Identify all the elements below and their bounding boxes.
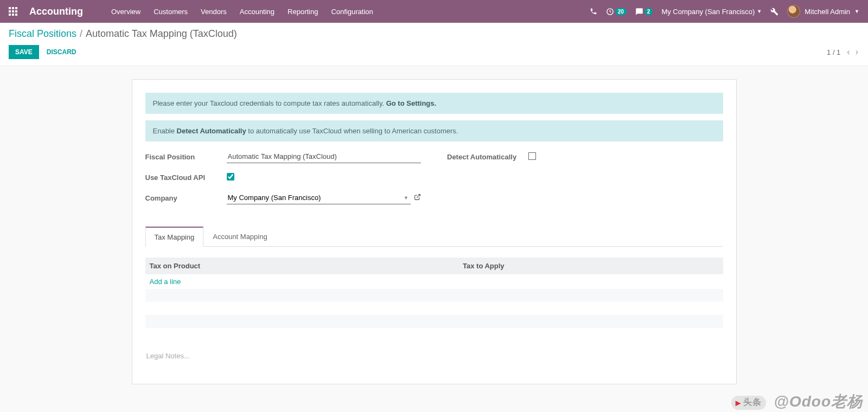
alert-taxcloud-credentials: Please enter your Taxcloud credentials t… [145, 93, 723, 114]
breadcrumb-sep: / [80, 28, 82, 40]
label-use-taxcloud-api: Use TaxCloud API [145, 173, 227, 182]
alert-text: to automatically use TaxCloud when selli… [246, 127, 458, 135]
debug-icon[interactable] [770, 8, 778, 16]
tab-account-mapping[interactable]: Account Mapping [203, 227, 276, 247]
nav-menu: Overview Customers Vendors Accounting Re… [111, 8, 373, 16]
form-background: Please enter your Taxcloud credentials t… [0, 66, 868, 412]
pager-value[interactable]: 1 / 1 [827, 48, 840, 56]
chevron-down-icon[interactable]: ▼ [401, 195, 411, 201]
use-taxcloud-api-checkbox[interactable] [227, 173, 234, 181]
add-a-line[interactable]: Add a line [145, 274, 723, 289]
nav-accounting[interactable]: Accounting [240, 8, 275, 16]
chevron-down-icon: ▼ [757, 9, 762, 14]
label-company: Company [145, 194, 227, 202]
tax-mapping-table: Tax on Product Tax to Apply Add a line [145, 258, 723, 328]
company-input[interactable] [227, 191, 402, 204]
breadcrumb: Fiscal Positions / Automatic Tax Mapping… [9, 28, 859, 40]
table-row [145, 302, 723, 315]
company-selector[interactable]: My Company (San Francisco) ▼ [661, 8, 762, 16]
activities-badge: 20 [615, 8, 627, 15]
label-fiscal-position: Fiscal Position [145, 153, 227, 161]
breadcrumb-parent[interactable]: Fiscal Positions [9, 28, 76, 40]
phone-icon[interactable] [590, 8, 597, 15]
messages-icon[interactable]: 2 [635, 8, 653, 16]
messages-badge: 2 [644, 8, 653, 15]
go-to-settings-link[interactable]: Go to Settings. [386, 99, 436, 107]
user-name: Mitchell Admin [805, 8, 850, 16]
avatar [787, 5, 800, 18]
alert-bold: Detect Automatically [177, 127, 246, 135]
pager: 1 / 1 ‹ › [827, 47, 859, 57]
col-tax-to-apply: Tax to Apply [458, 258, 723, 274]
nav-overview[interactable]: Overview [111, 8, 141, 16]
tab-content: Tax on Product Tax to Apply Add a line L… [145, 247, 723, 362]
activities-icon[interactable]: 20 [606, 8, 627, 16]
nav-vendors[interactable]: Vendors [201, 8, 227, 16]
col-tax-on-product: Tax on Product [145, 258, 459, 274]
discard-button[interactable]: DISCARD [44, 45, 79, 59]
user-menu[interactable]: Mitchell Admin ▼ [787, 5, 859, 18]
alert-detect-automatically: Enable Detect Automatically to automatic… [145, 120, 723, 141]
detect-automatically-checkbox[interactable] [528, 152, 536, 160]
tab-bar: Tax Mapping Account Mapping [145, 226, 723, 247]
external-link-icon[interactable] [414, 194, 421, 202]
app-brand[interactable]: Accounting [29, 6, 83, 17]
alert-text: Please enter your Taxcloud credentials t… [153, 99, 386, 107]
label-detect-automatically: Detect Automatically [447, 153, 528, 161]
legal-notes-input[interactable]: Legal Notes... [145, 350, 723, 362]
main-navbar: Accounting Overview Customers Vendors Ac… [0, 0, 868, 23]
control-panel: Fiscal Positions / Automatic Tax Mapping… [0, 23, 868, 66]
notebook: Tax Mapping Account Mapping Tax on Produ… [145, 226, 723, 362]
save-button[interactable]: SAVE [9, 45, 39, 59]
company-label: My Company (San Francisco) [661, 8, 755, 16]
pager-prev[interactable]: ‹ [846, 47, 851, 57]
alert-text: Enable [153, 127, 177, 135]
nav-customers[interactable]: Customers [154, 8, 188, 16]
nav-configuration[interactable]: Configuration [331, 8, 373, 16]
table-row [145, 289, 723, 302]
breadcrumb-active: Automatic Tax Mapping (TaxCloud) [86, 28, 237, 40]
svg-line-1 [417, 195, 420, 198]
pager-next[interactable]: › [854, 47, 859, 57]
nav-reporting[interactable]: Reporting [288, 8, 318, 16]
form-sheet: Please enter your Taxcloud credentials t… [132, 79, 737, 384]
table-row [145, 315, 723, 328]
apps-icon[interactable] [9, 7, 17, 16]
fiscal-position-input[interactable] [227, 150, 422, 163]
chevron-down-icon: ▼ [854, 9, 859, 14]
tab-tax-mapping[interactable]: Tax Mapping [145, 227, 204, 247]
